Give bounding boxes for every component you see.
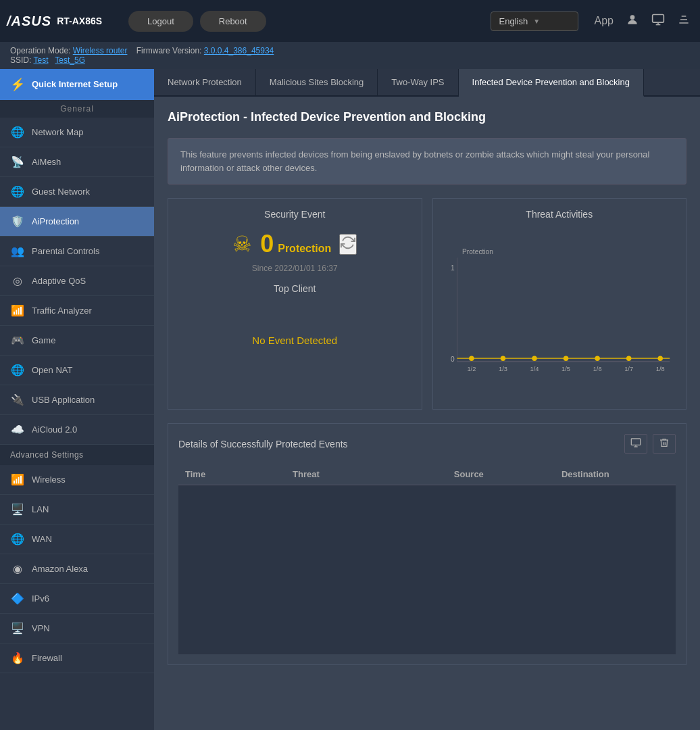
reboot-button[interactable]: Reboot — [200, 11, 266, 32]
wan-icon: 🌐 — [10, 533, 25, 545]
threat-chart-svg: Protection 1 0 — [443, 230, 676, 399]
tab-network-protection[interactable]: Network Protection — [154, 69, 256, 95]
sidebar-item-wan[interactable]: 🌐 WAN — [0, 525, 154, 554]
count-area: 0 Protection — [260, 230, 331, 258]
security-event-panel: Security Event ☠ 0 Protection — [168, 198, 422, 410]
sidebar-item-aimesh[interactable]: 📡 AiMesh — [0, 147, 154, 177]
svg-text:1/5: 1/5 — [561, 366, 570, 372]
sidebar-item-amazon-alexa[interactable]: ◉ Amazon Alexa — [0, 554, 154, 584]
nav-label-parental-controls: Parental Controls — [32, 246, 99, 256]
app-icon-button[interactable]: App — [592, 12, 616, 30]
svg-point-17 — [657, 356, 662, 360]
user-icon-button[interactable] — [623, 10, 642, 32]
ssid-value1[interactable]: Test — [33, 55, 48, 65]
events-actions — [624, 434, 676, 454]
open-nat-icon: 🌐 — [10, 364, 25, 376]
tab-two-way-ips[interactable]: Two-Way IPS — [378, 69, 458, 95]
qos-icon: ◎ — [10, 274, 25, 287]
sidebar-item-game[interactable]: 🎮 Game — [0, 326, 154, 356]
model-name: RT-AX86S — [57, 16, 102, 26]
top-client-label: Top Client — [178, 283, 411, 294]
nav-label-network-map: Network Map — [32, 127, 84, 137]
general-section-header: General — [0, 100, 154, 118]
sidebar-item-wireless[interactable]: 📶 Wireless — [0, 465, 154, 495]
clear-button[interactable] — [653, 434, 676, 454]
operation-mode-label: Operation Mode: — [10, 46, 70, 55]
sidebar-item-lan[interactable]: 🖥️ LAN — [0, 495, 154, 525]
svg-rect-1 — [653, 15, 664, 23]
nav-label-ipv6: IPv6 — [32, 593, 49, 604]
svg-point-12 — [500, 356, 505, 360]
nav-label-firewall: Firewall — [32, 653, 62, 663]
svg-text:1/2: 1/2 — [467, 366, 476, 372]
svg-text:0: 0 — [451, 356, 455, 363]
events-header: Details of Successfully Protected Events — [178, 434, 676, 454]
language-selector[interactable]: English ▼ — [491, 11, 578, 31]
export-button[interactable] — [624, 434, 647, 454]
screen-icon-button[interactable] — [649, 10, 668, 32]
chevron-down-icon: ▼ — [533, 18, 540, 25]
quick-internet-setup[interactable]: ⚡ Quick Internet Setup — [0, 69, 154, 100]
top-bar: /ASUS RT-AX86S Logout Reboot English ▼ A… — [0, 0, 700, 42]
page-content: AiProtection - Infected Device Preventio… — [154, 97, 700, 679]
sidebar-item-open-nat[interactable]: 🌐 Open NAT — [0, 356, 154, 385]
firmware-label: Firmware Version: — [136, 46, 202, 55]
col-source: Source — [454, 469, 561, 479]
tab-label-malicious-sites: Malicious Sites Blocking — [270, 77, 364, 87]
logout-button[interactable]: Logout — [128, 11, 193, 32]
ipv6-icon: 🔷 — [10, 592, 25, 605]
tab-malicious-sites[interactable]: Malicious Sites Blocking — [256, 69, 378, 95]
security-event-title: Security Event — [178, 209, 411, 220]
content-area: Network Protection Malicious Sites Block… — [154, 69, 700, 730]
sidebar-item-aicloud[interactable]: ☁️ AiCloud 2.0 — [0, 415, 154, 445]
refresh-button[interactable] — [339, 234, 357, 255]
protection-label: Protection — [278, 243, 331, 255]
lan-icon: 🖥️ — [10, 503, 25, 516]
sidebar-item-vpn[interactable]: 🖥️ VPN — [0, 614, 154, 643]
firmware-value[interactable]: 3.0.0.4_386_45934 — [204, 46, 274, 55]
ssid-label: SSID: — [10, 55, 31, 65]
nav-label-traffic-analyzer: Traffic Analyzer — [32, 306, 92, 316]
nav-label-lan: LAN — [32, 504, 49, 514]
guest-network-icon: 🌐 — [10, 185, 25, 198]
sidebar-item-guest-network[interactable]: 🌐 Guest Network — [0, 177, 154, 207]
sidebar-item-adaptive-qos[interactable]: ◎ Adaptive QoS — [0, 266, 154, 296]
svg-text:1/6: 1/6 — [593, 366, 601, 372]
svg-point-15 — [595, 356, 599, 360]
sidebar-item-firewall[interactable]: 🔥 Firewall — [0, 643, 154, 673]
top-icons: App — [592, 10, 693, 32]
status-bar: Operation Mode: Wireless router Firmware… — [0, 42, 700, 69]
sidebar-item-ipv6[interactable]: 🔷 IPv6 — [0, 584, 154, 614]
nav-label-aiprotection: AiProtection — [32, 216, 79, 226]
traffic-icon: 📶 — [10, 304, 25, 317]
svg-text:1: 1 — [451, 264, 455, 272]
operation-mode-value[interactable]: Wireless router — [73, 46, 128, 55]
events-title: Details of Successfully Protected Events — [178, 439, 348, 449]
sidebar-item-usb-application[interactable]: 🔌 USB Application — [0, 385, 154, 415]
asus-logo: /ASUS — [7, 14, 51, 29]
tab-infected-device[interactable]: Infected Device Prevention and Blocking — [459, 69, 644, 97]
sidebar-item-parental-controls[interactable]: 👥 Parental Controls — [0, 237, 154, 266]
sidebar-item-aiprotection[interactable]: 🛡️ AiProtection — [0, 207, 154, 237]
chart-inner: Protection 1 0 — [443, 230, 676, 399]
svg-point-11 — [469, 356, 474, 360]
tab-label-network-protection: Network Protection — [168, 77, 242, 87]
nav-label-adaptive-qos: Adaptive QoS — [32, 276, 86, 286]
network-icon-button[interactable] — [674, 10, 693, 32]
main-panel: Security Event ☠ 0 Protection — [168, 198, 686, 410]
ssid-value2[interactable]: Test_5G — [55, 55, 85, 65]
sidebar-item-traffic-analyzer[interactable]: 📶 Traffic Analyzer — [0, 296, 154, 326]
nav-label-guest-network: Guest Network — [32, 187, 90, 197]
nav-label-open-nat: Open NAT — [32, 365, 72, 375]
table-header: Time Threat Source Destination — [178, 464, 676, 485]
col-threat: Threat — [293, 469, 454, 479]
lightning-icon: ⚡ — [10, 77, 25, 92]
svg-point-13 — [532, 356, 536, 360]
globe-icon: 🌐 — [10, 126, 25, 139]
usb-icon: 🔌 — [10, 393, 25, 406]
svg-point-0 — [630, 15, 635, 20]
firewall-icon: 🔥 — [10, 652, 25, 664]
sidebar-item-network-map[interactable]: 🌐 Network Map — [0, 118, 154, 147]
app-label: App — [595, 15, 614, 26]
language-label: English — [499, 16, 528, 26]
